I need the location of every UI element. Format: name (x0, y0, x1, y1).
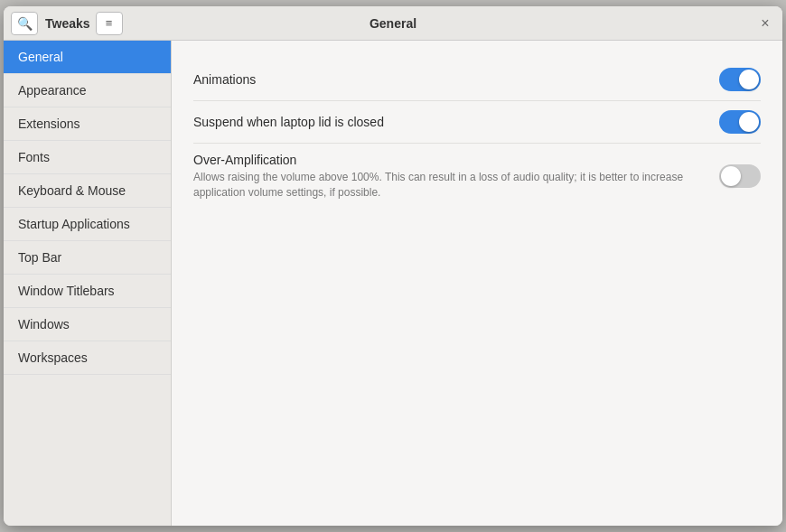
setting-info-over-amplification: Over-Amplification Allows raising the vo… (193, 153, 719, 201)
sidebar: General Appearance Extensions Fonts Keyb… (4, 41, 172, 526)
setting-info-animations: Animations (193, 72, 719, 87)
suspend-toggle[interactable] (719, 110, 761, 134)
sidebar-item-window-titlebars[interactable]: Window Titlebars (4, 275, 171, 308)
sidebar-item-top-bar[interactable]: Top Bar (4, 241, 171, 275)
titlebar: 🔍 Tweaks ≡ General × (4, 6, 782, 41)
animations-label: Animations (193, 72, 719, 87)
sidebar-item-extensions[interactable]: Extensions (4, 107, 171, 141)
over-amplification-label: Over-Amplification (193, 153, 719, 167)
menu-icon: ≡ (106, 16, 113, 30)
sidebar-item-startup-applications[interactable]: Startup Applications (4, 208, 171, 241)
setting-row-animations: Animations (193, 59, 761, 101)
search-icon: 🔍 (17, 16, 33, 31)
over-amplification-desc: Allows raising the volume above 100%. Th… (193, 170, 719, 201)
sidebar-item-windows[interactable]: Windows (4, 308, 171, 341)
suspend-label: Suspend when laptop lid is closed (193, 115, 719, 129)
setting-row-over-amplification: Over-Amplification Allows raising the vo… (193, 144, 761, 210)
sidebar-item-fonts[interactable]: Fonts (4, 141, 171, 174)
app-name: Tweaks (45, 16, 90, 31)
setting-info-suspend: Suspend when laptop lid is closed (193, 115, 719, 129)
animations-toggle-knob (739, 70, 759, 89)
window-title: General (370, 16, 416, 31)
sidebar-item-appearance[interactable]: Appearance (4, 74, 171, 107)
main-panel: Animations Suspend when laptop lid is cl… (172, 41, 782, 526)
sidebar-item-general[interactable]: General (4, 41, 171, 74)
tweaks-window: 🔍 Tweaks ≡ General × General Appearance … (4, 6, 782, 526)
sidebar-item-workspaces[interactable]: Workspaces (4, 341, 171, 375)
search-button[interactable]: 🔍 (11, 12, 38, 35)
menu-button[interactable]: ≡ (96, 12, 123, 35)
over-amplification-toggle[interactable] (719, 164, 761, 188)
content-area: General Appearance Extensions Fonts Keyb… (4, 41, 782, 526)
sidebar-item-keyboard-mouse[interactable]: Keyboard & Mouse (4, 174, 171, 208)
close-button[interactable]: × (755, 14, 775, 33)
over-amplification-toggle-knob (721, 166, 741, 186)
animations-toggle[interactable] (719, 68, 761, 91)
setting-row-suspend: Suspend when laptop lid is closed (193, 101, 761, 144)
suspend-toggle-knob (739, 112, 759, 132)
